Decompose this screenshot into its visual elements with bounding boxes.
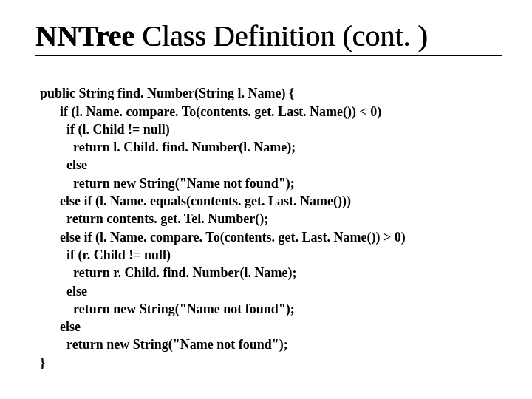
code-line: return r. Child. find. Number(l. Name); — [40, 265, 297, 280]
slide: NNTree Class Definition (cont. ) public … — [0, 0, 532, 399]
code-line: if (r. Child != null) — [40, 248, 171, 262]
code-line: else if (l. Name. compare. To(contents. … — [40, 230, 406, 245]
code-line: return new String("Name not found"); — [40, 176, 295, 191]
slide-title: NNTree Class Definition (cont. ) — [35, 21, 502, 52]
code-line: else if (l. Name. equals(contents. get. … — [40, 194, 351, 208]
title-container: NNTree Class Definition (cont. ) — [35, 21, 502, 56]
code-block: public String find. Number(String l. Nam… — [35, 66, 502, 389]
code-line: return l. Child. find. Number(l. Name); — [40, 140, 296, 154]
code-line: } — [40, 355, 45, 370]
code-line: return new String("Name not found"); — [40, 337, 288, 352]
code-line: else — [40, 319, 81, 334]
title-rest-part: Class Definition (cont. ) — [134, 19, 428, 52]
code-line: public String find. Number(String l. Nam… — [40, 86, 294, 100]
code-line: else — [40, 284, 87, 299]
code-line: return new String("Name not found"); — [40, 301, 295, 316]
code-line: if (l. Child != null) — [40, 122, 170, 137]
title-bold-part: NNTree — [35, 19, 134, 52]
code-line: if (l. Name. compare. To(contents. get. … — [40, 104, 381, 119]
code-line: else — [40, 157, 87, 172]
code-line: return contents. get. Tel. Number(); — [40, 211, 268, 226]
